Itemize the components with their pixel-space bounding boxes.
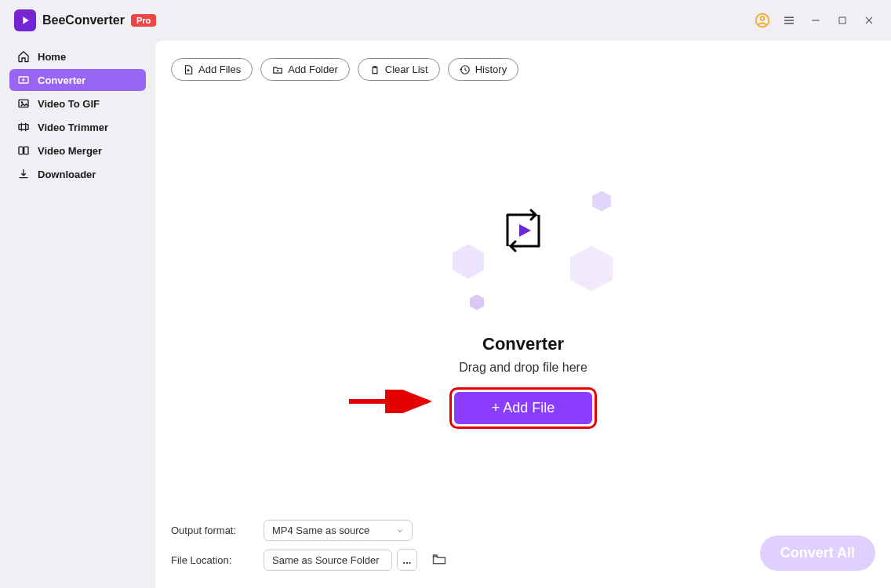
sidebar: Home Converter Video To GIF Video Trimme… xyxy=(0,41,155,588)
center-title: Converter xyxy=(482,334,564,354)
annotation-arrow-icon xyxy=(345,390,439,413)
svg-rect-14 xyxy=(19,125,28,130)
hamburger-menu-icon[interactable] xyxy=(781,13,797,28)
file-location-input[interactable]: Same as Source Folder xyxy=(264,550,392,571)
svg-point-13 xyxy=(21,102,22,103)
clear-list-button[interactable]: Clear List xyxy=(358,58,440,81)
convert-arrows-icon xyxy=(500,205,547,256)
open-folder-icon[interactable] xyxy=(431,551,449,568)
sidebar-item-label: Downloader xyxy=(38,169,96,180)
sidebar-item-label: Converter xyxy=(38,74,85,86)
svg-rect-12 xyxy=(19,100,28,107)
output-format-select[interactable]: MP4 Same as source xyxy=(264,520,413,541)
sidebar-item-home[interactable]: Home xyxy=(9,45,146,67)
file-location-more-button[interactable]: ... xyxy=(397,549,417,571)
sidebar-item-downloader[interactable]: Downloader xyxy=(9,163,146,185)
converter-graphic xyxy=(421,174,625,315)
add-file-highlight: + Add File xyxy=(449,387,598,429)
pro-badge: Pro xyxy=(131,14,156,27)
button-label: Clear List xyxy=(385,64,428,75)
titlebar: BeeConverter Pro xyxy=(0,0,891,41)
file-location-label: File Location: xyxy=(171,554,249,566)
close-button[interactable] xyxy=(861,13,877,28)
button-label: Add Folder xyxy=(288,64,338,75)
sidebar-item-label: Video To GIF xyxy=(38,98,100,110)
minimize-button[interactable] xyxy=(808,13,824,28)
user-account-icon[interactable] xyxy=(755,13,770,28)
select-value: MP4 Same as source xyxy=(272,524,369,536)
main-panel: Add Files Add Folder Clear List History xyxy=(155,41,891,588)
center-subtitle: Drag and drop file here xyxy=(459,361,587,375)
svg-rect-17 xyxy=(19,147,23,154)
add-folder-button[interactable]: Add Folder xyxy=(260,58,350,81)
output-format-label: Output format: xyxy=(171,524,249,536)
history-button[interactable]: History xyxy=(448,58,518,81)
sidebar-item-label: Video Trimmer xyxy=(38,122,108,133)
svg-marker-11 xyxy=(23,78,25,82)
sidebar-item-video-merger[interactable]: Video Merger xyxy=(9,140,146,162)
convert-all-button[interactable]: Convert All xyxy=(760,535,875,571)
toolbar: Add Files Add Folder Clear List History xyxy=(155,41,891,90)
button-label: History xyxy=(475,64,507,75)
chevron-down-icon xyxy=(396,527,404,535)
button-label: Add Files xyxy=(198,64,241,75)
sidebar-item-label: Home xyxy=(38,51,66,63)
svg-point-2 xyxy=(761,16,765,20)
svg-rect-7 xyxy=(839,17,846,24)
app-title: BeeConverter xyxy=(42,13,125,27)
svg-marker-25 xyxy=(519,224,531,237)
sidebar-item-video-trimmer[interactable]: Video Trimmer xyxy=(9,116,146,138)
add-file-button[interactable]: + Add File xyxy=(454,392,593,424)
sidebar-item-converter[interactable]: Converter xyxy=(9,69,146,91)
add-files-button[interactable]: Add Files xyxy=(171,58,253,81)
svg-rect-18 xyxy=(24,147,28,154)
sidebar-item-video-to-gif[interactable]: Video To GIF xyxy=(9,93,146,114)
drop-zone[interactable]: Converter Drag and drop file here + Add … xyxy=(155,90,891,512)
maximize-button[interactable] xyxy=(835,13,850,28)
sidebar-item-label: Video Merger xyxy=(38,145,102,157)
app-logo xyxy=(14,9,36,31)
svg-marker-0 xyxy=(23,16,28,24)
